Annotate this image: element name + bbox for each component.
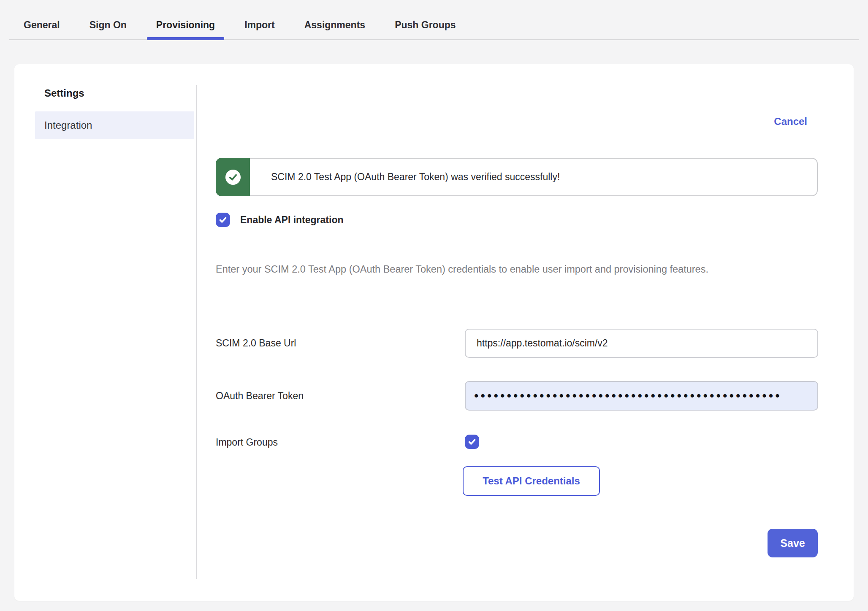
save-button[interactable]: Save: [768, 529, 818, 557]
import-groups-label: Import Groups: [216, 435, 278, 450]
enable-api-row: Enable API integration: [216, 213, 344, 227]
success-banner: SCIM 2.0 Test App (OAuth Bearer Token) w…: [216, 158, 818, 196]
tab-provisioning[interactable]: Provisioning: [147, 10, 224, 40]
banner-message: SCIM 2.0 Test App (OAuth Bearer Token) w…: [271, 171, 560, 183]
token-input[interactable]: [465, 381, 818, 411]
provisioning-card: Settings Integration Cancel SCIM 2.0 Tes…: [14, 64, 854, 601]
enable-api-checkbox[interactable]: [216, 213, 230, 227]
import-groups-checkbox[interactable]: [465, 435, 479, 449]
tab-assignments[interactable]: Assignments: [295, 10, 374, 40]
sidebar-title: Settings: [44, 87, 84, 99]
credentials-description: Enter your SCIM 2.0 Test App (OAuth Bear…: [216, 259, 824, 279]
check-circle-icon: [225, 169, 241, 185]
tab-import[interactable]: Import: [235, 10, 284, 40]
token-label: OAuth Bearer Token: [216, 381, 304, 411]
sidebar-item-label: Integration: [44, 119, 92, 131]
base-url-label: SCIM 2.0 Base Url: [216, 329, 296, 358]
tab-push-groups[interactable]: Push Groups: [385, 10, 465, 40]
sidebar-item-integration[interactable]: Integration: [35, 111, 194, 139]
enable-api-label: Enable API integration: [240, 214, 344, 226]
banner-icon-block: [216, 158, 250, 196]
cancel-button[interactable]: Cancel: [774, 116, 807, 127]
checkmark-icon: [218, 215, 228, 225]
tab-general[interactable]: General: [14, 10, 69, 40]
sidebar-divider: [196, 85, 197, 579]
app-tabbar: General Sign On Provisioning Import Assi…: [0, 0, 868, 40]
base-url-input[interactable]: [465, 329, 818, 358]
test-api-credentials-button[interactable]: Test API Credentials: [463, 466, 600, 496]
checkmark-icon: [467, 437, 477, 447]
tab-sign-on[interactable]: Sign On: [80, 10, 136, 40]
banner-message-area: SCIM 2.0 Test App (OAuth Bearer Token) w…: [250, 158, 818, 196]
